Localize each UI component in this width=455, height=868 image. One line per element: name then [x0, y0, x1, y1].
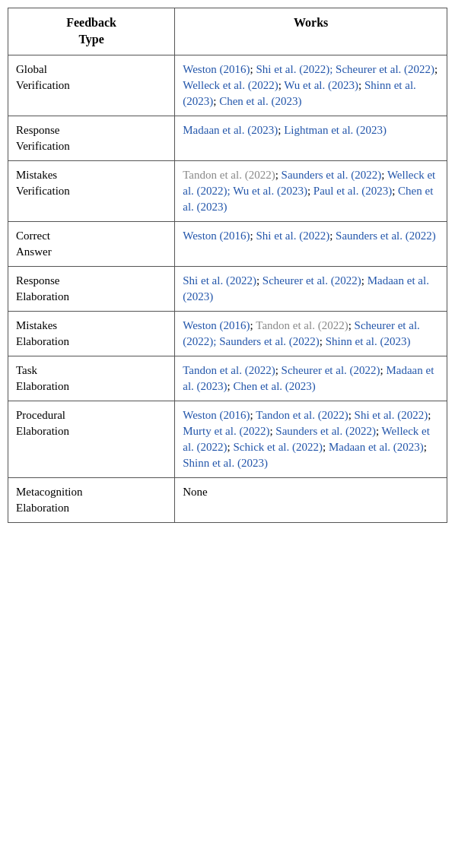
citation-gray: Tandon et al. (2022): [183, 169, 275, 181]
citation-plain: ;: [348, 319, 355, 331]
cell-works-mistakes-verification: Tandon et al. (2022); Saunders et al. (2…: [175, 160, 447, 221]
header-type: FeedbackType: [8, 8, 175, 55]
table-row: GlobalVerificationWeston (2016); Shi et …: [8, 55, 447, 116]
cell-type-procedural-elaboration: ProceduralElaboration: [8, 401, 175, 477]
cell-type-global-verification: GlobalVerification: [8, 55, 175, 116]
cell-type-correct-answer: CorrectAnswer: [8, 221, 175, 266]
citation-plain: ;: [278, 124, 284, 136]
citation-plain: ;: [361, 274, 368, 287]
citation-plain: ;: [256, 274, 262, 287]
citation-plain: ;: [307, 185, 313, 197]
citation-plain: ;: [392, 185, 398, 197]
citation-plain: ;: [275, 169, 282, 181]
citation-blue: Shi et al. (2022): [355, 409, 428, 421]
citation-blue: Shinn et al. (2023): [326, 335, 411, 347]
citation-blue: Shi et al. (2022): [183, 274, 256, 287]
cell-type-response-elaboration: ResponseElaboration: [8, 266, 175, 311]
citation-plain: ;: [228, 441, 234, 453]
cell-works-global-verification: Weston (2016); Shi et al. (2022); Scheur…: [175, 55, 447, 116]
citation-plain: ;: [329, 230, 336, 242]
citation-plain: ;: [434, 63, 438, 75]
citation-blue: Chen et al. (2023): [219, 95, 301, 107]
citation-blue: Madaan et al. (2023): [183, 124, 278, 136]
citation-blue: Saunders et al. (2022): [282, 169, 382, 181]
citation-blue: Scheurer et al. (2022): [282, 364, 380, 376]
citation-blue: Chen et al. (2023): [234, 380, 316, 392]
citation-blue: Weston (2016): [183, 319, 250, 331]
header-works: Works: [175, 8, 447, 55]
table-row: MistakesVerificationTandon et al. (2022)…: [8, 160, 447, 221]
citation-blue: Paul et al. (2023): [313, 185, 392, 197]
citation-blue: ; Scheurer et al. (2022): [329, 63, 434, 75]
cell-type-metacognition-elaboration: MetacognitionElaboration: [8, 477, 175, 522]
citation-blue: Tandon et al. (2022): [183, 364, 275, 376]
header-row: FeedbackType Works: [8, 8, 447, 55]
cell-works-mistakes-elaboration: Weston (2016); Tandon et al. (2022); Sch…: [175, 311, 447, 356]
main-table: FeedbackType Works GlobalVerificationWes…: [8, 8, 447, 523]
cell-type-mistakes-verification: MistakesVerification: [8, 160, 175, 221]
citation-gray: Tandon et al. (2022): [256, 319, 348, 331]
table-row: ResponseElaborationShi et al. (2022); Sc…: [8, 266, 447, 311]
table-container: FeedbackType Works GlobalVerificationWes…: [8, 8, 447, 860]
citation-blue: Weston (2016): [183, 409, 250, 421]
citation-blue: Shinn et al. (2023): [183, 457, 268, 469]
citation-blue: Weston (2016): [183, 63, 250, 75]
cell-type-task-elaboration: TaskElaboration: [8, 356, 175, 401]
citation-blue: ; Saunders et al. (2022): [213, 335, 320, 347]
table-row: CorrectAnswerWeston (2016); Shi et al. (…: [8, 221, 447, 266]
citation-plain: None: [183, 486, 208, 498]
cell-works-correct-answer: Weston (2016); Shi et al. (2022); Saunde…: [175, 221, 447, 266]
citation-plain: ;: [213, 95, 219, 107]
cell-type-response-verification: ResponseVerification: [8, 116, 175, 160]
citation-blue: Welleck et al. (2022): [183, 79, 278, 91]
citation-blue: Tandon et al. (2022): [256, 409, 348, 421]
citation-plain: ;: [376, 425, 382, 437]
table-row: MetacognitionElaborationNone: [8, 477, 447, 522]
citation-plain: ;: [428, 409, 431, 421]
citation-plain: ;: [275, 364, 282, 376]
table-row: MistakesElaborationWeston (2016); Tandon…: [8, 311, 447, 356]
citation-plain: ;: [320, 335, 326, 347]
cell-type-mistakes-elaboration: MistakesElaboration: [8, 311, 175, 356]
citation-blue: Weston (2016): [183, 230, 250, 242]
citation-blue: Lightman et al. (2023): [284, 124, 387, 136]
citation-blue: Wu et al. (2023): [284, 79, 358, 91]
citation-plain: ;: [250, 63, 256, 75]
citation-blue: Murty et al. (2022): [183, 425, 269, 437]
citation-plain: ;: [424, 441, 427, 453]
citation-blue: Shi et al. (2022): [256, 63, 330, 75]
citation-plain: ;: [228, 380, 234, 392]
cell-works-procedural-elaboration: Weston (2016); Tandon et al. (2022); Shi…: [175, 401, 447, 477]
cell-works-response-elaboration: Shi et al. (2022); Scheurer et al. (2022…: [175, 266, 447, 311]
citation-plain: ;: [250, 230, 256, 242]
citation-blue: ; Wu et al. (2023): [228, 185, 307, 197]
table-row: TaskElaborationTandon et al. (2022); Sch…: [8, 356, 447, 401]
citation-blue: Schick et al. (2022): [234, 441, 323, 453]
citation-blue: Scheurer et al. (2022): [262, 274, 361, 287]
table-row: ResponseVerificationMadaan et al. (2023)…: [8, 116, 447, 160]
citation-blue: Shi et al. (2022): [256, 230, 330, 242]
citation-blue: Saunders et al. (2022): [336, 230, 436, 242]
cell-works-metacognition-elaboration: None: [175, 477, 447, 522]
citation-blue: Saunders et al. (2022): [275, 425, 376, 437]
cell-works-response-verification: Madaan et al. (2023); Lightman et al. (2…: [175, 116, 447, 160]
citation-plain: ;: [358, 79, 364, 91]
cell-works-task-elaboration: Tandon et al. (2022); Scheurer et al. (2…: [175, 356, 447, 401]
table-row: ProceduralElaborationWeston (2016); Tand…: [8, 401, 447, 477]
citation-blue: Madaan et al. (2023): [329, 441, 424, 453]
citation-plain: ;: [323, 441, 329, 453]
citation-plain: ;: [381, 169, 387, 181]
citation-plain: ;: [348, 409, 355, 421]
